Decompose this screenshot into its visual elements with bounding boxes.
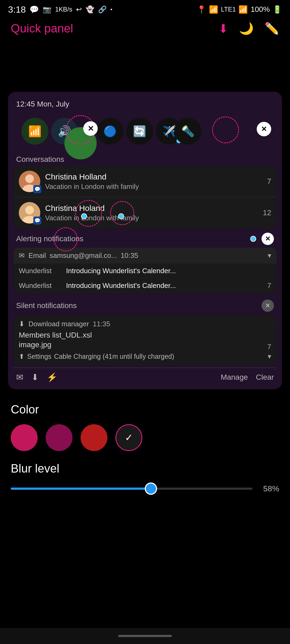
signal-icon: 📶 [238,5,248,14]
blur-section: Blur level 58% [0,456,290,505]
conversation-message-1: Vacation in London with family [45,182,264,191]
notification-actions: ✉ ⬇ ⚡ Manage Clear [13,368,277,384]
email-header-info: ✉ Email samsung@gmail.co... 10:35 [19,251,138,260]
manage-button[interactable]: Manage [221,373,248,382]
alerting-label: Alerting notifications [16,235,84,243]
alerting-blue-dot [250,236,256,242]
sync-toggle[interactable]: 🔄 [126,118,153,145]
status-right-icons: 📍 📶 LTE1 📶 100% 🔋 [197,5,282,14]
action-lightning-icon: ⚡ [47,372,57,382]
dashed-overlay-2 [212,116,239,143]
svg-point-1 [25,174,34,183]
email-count: 7 [267,281,271,290]
snapchat-icon: 👻 [86,5,94,14]
conversation-count-2: 12 [263,208,271,217]
blur-track [11,488,252,490]
battery-level: 100% [251,5,270,14]
email-expand-icon[interactable]: ▾ [268,251,271,260]
alerting-notifications-row: Alerting notifications ✕ [13,230,277,248]
action-buttons: Manage Clear [221,373,274,382]
location-icon: 📍 [197,5,206,14]
conversation-name-2: Christina Holand [45,204,260,213]
bottom-navigation-bar [0,628,290,644]
color-section: Color ✓ [0,392,290,456]
email-row-1: Wunderlist Introducing Wunderlist's Cale… [13,264,277,278]
sync-icon: 🔄 [133,125,146,138]
download-icon[interactable]: ⬇ [218,22,228,35]
dl-count: 7 [267,343,271,351]
wifi-toggle[interactable]: 📶 [21,118,48,145]
conversation-text-2: Christina Holand Vacation in London with… [45,204,260,222]
blur-slider-row: 58% [11,483,279,494]
email-app-2: Wunderlist [19,281,62,290]
dl-header: ⬇ Download manager 11:35 [19,320,271,328]
email-app-1: Wunderlist [19,267,62,275]
spacer [0,41,290,89]
action-icon-group: ✉ ⬇ ⚡ [16,372,57,382]
moon-icon[interactable]: 🌙 [239,21,254,35]
quick-panel-actions: ⬇ 🌙 ✏️ [218,21,279,35]
blue-dot-1 [81,213,87,219]
conversation-text-1: Christina Holland Vacation in London wit… [45,172,264,191]
color-option-4-selected[interactable]: ✓ [115,424,142,451]
svg-point-4 [25,206,34,214]
close-alerting-button[interactable]: ✕ [262,233,274,245]
flashlight-icon: 🔦 [181,125,195,138]
data-speed-icon: 1KB/s [55,6,72,13]
color-option-3[interactable] [81,424,107,451]
settings-message: Cable Charging (41m until fully charged) [54,353,174,360]
conversation-item-2[interactable]: 💬 Christina Holand Vacation in London wi… [13,197,277,228]
bottom-home-indicator[interactable] [118,635,172,637]
blue-dot-2 [118,213,124,219]
status-bar: 3:18 💬 📷 1KB/s ↩ 👻 🔗 • 📍 📶 LTE1 📶 100% 🔋 [0,0,290,19]
wifi-status-icon: 📶 [209,5,218,14]
email-row-2: Wunderlist Introducing Wunderlist's Cale… [13,278,277,293]
clear-button[interactable]: Clear [256,373,274,382]
conversation-name-1: Christina Holland [45,172,264,181]
status-time: 3:18 💬 📷 1KB/s ↩ 👻 🔗 • [8,4,112,15]
email-notification-header: ✉ Email samsung@gmail.co... 10:35 ▾ [13,248,277,264]
airplane-icon: ✈️ [162,125,176,138]
instagram-icon: 📷 [43,5,51,14]
bluetooth-icon: 🔵 [103,125,117,138]
message-badge-1: 💬 [33,185,41,193]
time-display: 3:18 [8,4,26,15]
action-download-icon: ⬇ [31,372,39,382]
color-option-1[interactable] [11,424,38,451]
email-subject-1: Introducing Wunderlist's Calender... [66,267,176,275]
flashlight-toggle[interactable]: 🔦 [175,118,201,145]
dot-indicator: • [110,6,112,13]
msg-icon: 💬 [30,5,39,14]
bluetooth-toggle[interactable]: 🔵 [97,118,124,145]
email-icon: ✉ [19,251,25,260]
color-options-row: ✓ [11,424,279,451]
notification-datetime: 12:45 Mon, July [13,100,277,108]
close-green-button[interactable]: ✕ [83,121,98,136]
edit-icon[interactable]: ✏️ [264,21,279,35]
message-badge-2: 💬 [33,217,41,225]
settings-app-name: Settings [27,353,51,360]
settings-row-left: ⬆ Settings Cable Charging (41m until ful… [19,353,174,360]
conversation-message-2: Vacation in London with family [45,214,260,222]
notification-panel: 12:45 Mon, July ✕ 📶 🔊 🔵 🔄 ✈️ [8,92,282,389]
blur-percentage: 58% [258,484,279,493]
email-notification: ✉ Email samsung@gmail.co... 10:35 ▾ Wund… [13,248,277,293]
loop-icon: ↩ [76,5,82,14]
close-flashlight-button[interactable]: ✕ [257,122,271,136]
dl-time: 11:35 [93,320,110,328]
settings-expand-icon[interactable]: ▾ [268,352,271,361]
conversation-item-1[interactable]: 💬 Christina Holland Vacation in London w… [13,166,277,197]
close-silent-button[interactable]: ✕ [262,299,274,312]
color-section-title: Color [11,403,279,416]
wifi-icon: 📶 [28,125,42,138]
quick-panel-title: Quick panel [11,22,73,35]
conversations-card: 💬 Christina Holland Vacation in London w… [13,166,277,228]
email-subject-2: Introducing Wunderlist's Calender... [66,281,176,290]
action-email-icon: ✉ [16,372,23,382]
color-selected-checkmark: ✓ [125,432,133,443]
settings-upload-icon: ⬆ [19,353,24,360]
blur-thumb[interactable] [145,482,157,495]
quick-toggle-row: ✕ 📶 🔊 🔵 🔄 ✈️ 🔦 ✕ [13,114,277,149]
blur-slider[interactable] [11,483,252,494]
color-option-2[interactable] [46,424,73,451]
